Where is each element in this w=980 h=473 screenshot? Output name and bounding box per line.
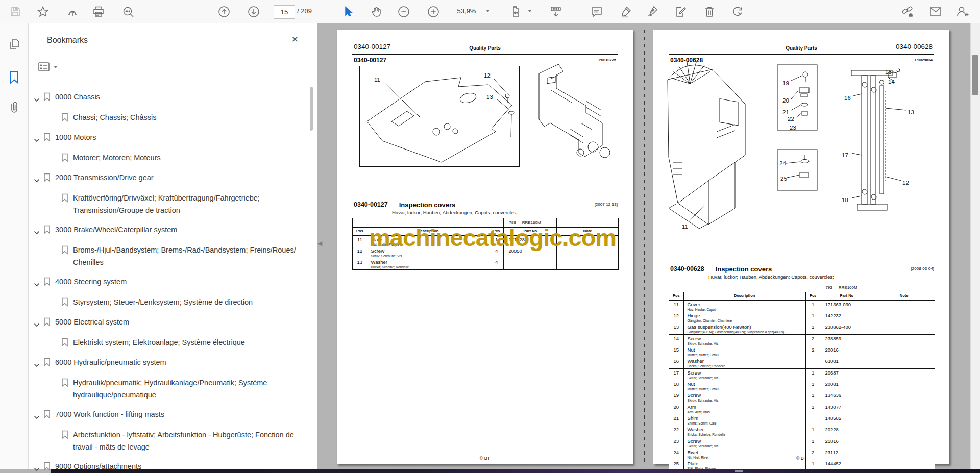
mail-icon[interactable]	[928, 5, 943, 19]
bookmark-item[interactable]: 5000 Electrical system	[34, 312, 312, 333]
cell-pcs	[806, 414, 821, 426]
doc-number-2: 0340-00127	[354, 57, 386, 64]
panel-collapse-icon[interactable]: ◀	[317, 240, 322, 247]
bookmark-options-button[interactable]	[38, 61, 58, 72]
star-icon[interactable]	[36, 5, 50, 19]
fit-dropdown-caret[interactable]	[528, 10, 532, 12]
fit-width-icon[interactable]	[509, 5, 523, 19]
share-cloud-icon[interactable]	[65, 5, 80, 19]
cell-pos: 11	[353, 236, 368, 247]
bookmark-item[interactable]: 4000 Steering system	[34, 272, 312, 292]
cell-part-no: 238862-400	[820, 323, 873, 334]
brand-label: Quality Parts	[337, 45, 633, 51]
cell-description: NutMutter; Mutter; Ecrou	[684, 346, 806, 357]
table-row: 13Gas suspension(400 Newton)Gasfjäder(40…	[669, 323, 935, 334]
bookmark-subitem[interactable]: Elektriskt system; Elektroanlage; Systèm…	[58, 333, 312, 353]
cell-pcs: 1	[806, 391, 821, 403]
chevron-down-icon[interactable]	[34, 320, 40, 329]
section-subtitle: Huvar, luckor; Hauben, Abdeckungen; Capo…	[392, 210, 518, 215]
cell-note	[873, 391, 935, 403]
bookmark-label: 7000 Work function - lifting masts	[55, 408, 164, 420]
cell-pos: 12	[669, 312, 684, 323]
chevron-down-icon[interactable]	[34, 228, 40, 237]
bookmark-subitem[interactable]: Arbetsfunktion - lyftstativ; Arbeitsfunk…	[58, 425, 312, 457]
description-translations: Mutter; Mutter; Ecrou	[688, 353, 805, 357]
rotate-icon[interactable]	[730, 5, 745, 19]
bookmarks-icon[interactable]	[7, 70, 21, 85]
scroll-mode-icon[interactable]	[549, 5, 563, 19]
cell-description: CoverHuv; Haube; Capot	[684, 301, 806, 312]
zoom-out-icon[interactable]	[397, 5, 411, 19]
edit-page-icon[interactable]	[674, 5, 688, 19]
page-up-icon[interactable]	[217, 5, 231, 19]
section-title: Inspection covers	[399, 201, 456, 209]
zoom-dropdown-caret[interactable]	[486, 10, 490, 12]
page-number-input[interactable]	[274, 5, 295, 19]
bookmark-subitem[interactable]: Kraftöverföring/Drivväxel; Kraftübertrag…	[58, 188, 312, 220]
attachments-icon[interactable]	[7, 99, 21, 115]
taskbar-edge	[51, 469, 980, 473]
chevron-down-icon[interactable]	[34, 464, 40, 473]
table-row: 17ScrewSkruv; Schraube; Vis120687	[669, 368, 935, 380]
bookmark-subitem[interactable]: Chassi; Chassis; Châssis	[58, 108, 312, 128]
bookmarks-scrollbar-thumb[interactable]	[310, 87, 313, 131]
toolbar-divider	[575, 4, 575, 19]
bookmark-item[interactable]: 7000 Work function - lifting masts	[34, 405, 312, 425]
chevron-down-icon[interactable]	[34, 360, 40, 369]
save-icon[interactable]	[8, 5, 22, 19]
watermark: machinecatalogic.com	[369, 223, 616, 252]
bookmark-item[interactable]: 2000 Transmission/Drive gear	[34, 168, 312, 188]
bookmark-item[interactable]: 3000 Brake/Wheel/Caterpillar system	[34, 220, 312, 240]
bookmark-label: Styrsystem; Steuer-/Lenksystem; Système …	[73, 296, 253, 308]
vertical-scrollbar[interactable]	[970, 23, 980, 469]
select-icon[interactable]	[341, 5, 355, 19]
chevron-down-icon[interactable]	[34, 135, 40, 144]
bookmark-icon	[61, 113, 68, 124]
table-row: 15NutMutter; Mutter; Ecrou220016	[669, 346, 935, 357]
link-icon[interactable]	[900, 5, 915, 19]
cell-pos: 23	[669, 437, 684, 449]
bookmark-subitem[interactable]: Styrsystem; Steuer-/Lenksystem; Système …	[58, 292, 312, 312]
cell-description: ShimShims; Schim; Cale	[684, 414, 806, 426]
bookmark-subitem[interactable]: Motorer; Motoren; Moteurs	[58, 148, 312, 168]
description-main: Screw	[688, 438, 805, 444]
column-header: Note	[873, 292, 935, 300]
bookmark-subitem[interactable]: Hydraulik/pneumatik; Hydraulikanlage/Pne…	[58, 373, 312, 405]
bookmark-item[interactable]: 0000 Chassis	[34, 87, 312, 108]
cell-pcs: 1	[806, 323, 821, 334]
cell-note	[557, 258, 618, 269]
print-icon[interactable]	[91, 5, 106, 19]
description-translations: Gasfjäder(400 N); Gasfederung(400 N); Su…	[688, 330, 805, 334]
description-main: Gas suspension(400 Newton)	[688, 323, 805, 330]
cell-pcs: 2	[806, 335, 821, 346]
bookmark-label: Motorer; Motoren; Moteurs	[73, 152, 161, 164]
close-icon[interactable]: ✕	[291, 34, 299, 45]
bookmark-item[interactable]: 6000 Hydraulic/pneumatic system	[34, 353, 312, 373]
bookmark-subitem[interactable]: Broms-/Hjul-/Bandsystem; Brems-/Rad-/Ban…	[58, 240, 312, 272]
chevron-down-icon[interactable]	[34, 176, 40, 185]
highlight-icon[interactable]	[619, 5, 633, 19]
zoom-level-label[interactable]: 53,9%	[453, 7, 480, 15]
description-main: Shim	[688, 415, 805, 421]
cell-part-no: 63081	[820, 357, 873, 368]
page-thumbnails-icon[interactable]	[7, 37, 21, 53]
divider	[29, 54, 317, 54]
trash-icon[interactable]	[702, 5, 717, 19]
zoom-in-icon[interactable]	[426, 5, 440, 19]
chevron-down-icon[interactable]	[34, 95, 40, 104]
bookmark-icon	[61, 245, 68, 257]
scrollbar-thumb[interactable]	[972, 55, 978, 95]
toolbar: / 209 53,9%	[0, 0, 980, 23]
column-header: Pcs	[806, 292, 821, 300]
bookmark-item[interactable]: 1000 Motors	[34, 128, 312, 148]
comment-icon[interactable]	[590, 5, 604, 19]
page-down-icon[interactable]	[247, 5, 261, 19]
chevron-down-icon[interactable]	[34, 412, 40, 421]
chevron-down-icon[interactable]	[34, 280, 40, 289]
search-icon[interactable]	[121, 5, 135, 19]
callout-label: 12	[484, 72, 491, 79]
add-person-icon[interactable]	[955, 5, 969, 19]
sign-icon[interactable]	[645, 5, 659, 19]
hand-icon[interactable]	[370, 5, 384, 19]
callout-label: 19	[782, 80, 789, 86]
